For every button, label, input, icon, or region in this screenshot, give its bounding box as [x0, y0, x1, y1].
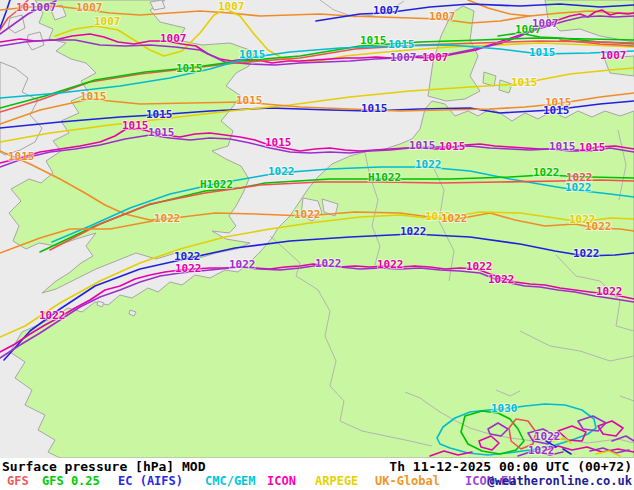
isobar-label: 1015 [361, 102, 388, 115]
isobar-label: 1022 [175, 262, 202, 275]
isobar-label: 1022 [488, 273, 515, 286]
watermark: @weatheronline.co.uk [488, 474, 633, 488]
isobar-label: 1007 [94, 15, 121, 28]
isobar-label: 1015 [239, 48, 266, 61]
isobar-label: H1022 [200, 178, 233, 191]
map-footer: Surface pressure [hPa] MOD Th 11-12-2025… [0, 458, 634, 490]
isobar-label: 1007 [422, 51, 449, 64]
isobar-label: 1022 [534, 430, 561, 443]
isobar-label: 1007 [600, 49, 627, 62]
isobar-label: 1022 [154, 212, 181, 225]
legend-model-ec-aifs: EC (AIFS) [118, 474, 183, 488]
isobar-label: 1015 [549, 140, 576, 153]
isobar-label: 1015 [409, 139, 436, 152]
isobar-label: 1015 [176, 62, 203, 75]
isobar-label: 1007 [218, 0, 245, 13]
isobar-label: 1022 [294, 208, 321, 221]
isobar-map-canvas: 1010071007100710071007100710071007100710… [0, 0, 634, 458]
isobar-label: 1022 [268, 165, 295, 178]
isobar-label: 1015 [529, 46, 556, 59]
map-title: Surface pressure [hPa] MOD [2, 459, 206, 474]
isobar-label: 1022 [400, 225, 427, 238]
isobar-label: 1022 [466, 260, 493, 273]
isobar-label: 1022 [533, 166, 560, 179]
isobar-label: 1022 [229, 258, 256, 271]
isobar-label: 1015 [148, 126, 175, 139]
isobar-label: 1022 [566, 171, 593, 184]
legend-model-uk-global: UK-Global [375, 474, 440, 488]
pressure-map[interactable]: 1010071007100710071007100710071007100710… [0, 0, 634, 458]
isobar-label: 1015 [265, 136, 292, 149]
isobar-label: 1007 [76, 1, 103, 14]
isobar-label: 1015 [122, 119, 149, 132]
isobar-label: 1022 [573, 247, 600, 260]
isobar-label: 1007 [373, 4, 400, 17]
legend-model-gfs025: GFS 0.25 [42, 474, 100, 488]
isobar-label: 1007 [429, 10, 456, 23]
isobar-label: 1015 [511, 76, 538, 89]
isobar-label: 1015 [579, 141, 606, 154]
isobar-label: 1015 [8, 150, 35, 163]
legend-model-gfs: GFS [7, 474, 29, 488]
model-legend: ICON-EUUK-GlobalARPEGEICONCMC/GEMEC (AIF… [0, 474, 634, 490]
isobar-label: 1022 [39, 309, 66, 322]
isobar-label: 1030 [491, 402, 518, 415]
footer-title-row: Surface pressure [hPa] MOD Th 11-12-2025… [0, 458, 634, 474]
isobar-label: 1022 [377, 258, 404, 271]
isobar-label: 1007 [532, 17, 559, 30]
isobar-label: H1022 [368, 171, 401, 184]
isobar-label: 1022 [596, 285, 623, 298]
isobar-label: 1015 [236, 94, 263, 107]
isobar-label: 1007 [160, 32, 187, 45]
isobar-label: 1015 [146, 108, 173, 121]
isobar-label: 1022 [315, 257, 342, 270]
isobar-label: 1022 [528, 444, 555, 457]
isobar-label: 1022 [441, 212, 468, 225]
isobar-label: 1015 [360, 34, 387, 47]
isobar-label: 1007 [30, 1, 57, 14]
isobar-label: 1015 [80, 90, 107, 103]
isobar-label: 1022 [415, 158, 442, 171]
isobar-label: 1022 [585, 220, 612, 233]
isobar-label: 1007 [390, 51, 417, 64]
weather-map-app: 1010071007100710071007100710071007100710… [0, 0, 634, 490]
isobar-label: 1015 [543, 104, 570, 117]
isobar-label: 1015 [388, 38, 415, 51]
isobar-label: 1015 [439, 140, 466, 153]
legend-model-icon: ICON [267, 474, 296, 488]
map-datetime: Th 11-12-2025 00:00 UTC (00+72) [389, 459, 632, 474]
isobar-label: 10 [16, 1, 29, 14]
legend-model-cmc-gem: CMC/GEM [205, 474, 256, 488]
legend-model-arpege: ARPEGE [315, 474, 358, 488]
